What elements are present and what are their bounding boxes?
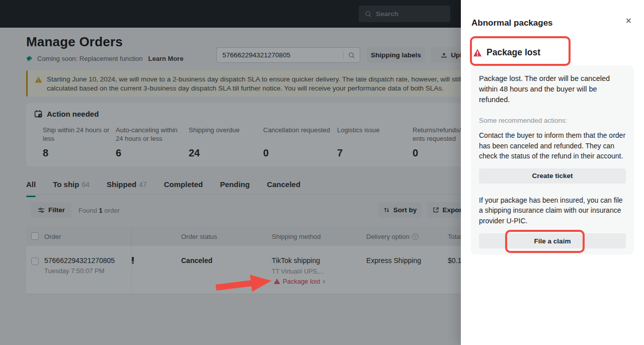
alert-description: Package lost. The order will be canceled… [479,73,626,105]
file-a-claim-button[interactable]: File a claim [479,233,626,248]
close-icon[interactable]: ✕ [625,17,632,25]
recommended-actions-label: Some recommended actions: [479,117,626,124]
drawer-content-card: Package lost. The order will be canceled… [471,65,634,254]
drawer-alert-heading: Package lost [473,47,540,58]
alert-triangle-icon [473,48,482,57]
manage-orders-page: Search Manage Orders Coming soon: Replac… [0,0,644,345]
drawer-title: Abnormal packages [471,18,553,28]
create-ticket-button[interactable]: Create ticket [479,168,626,184]
recommended-action-1: Contact the buyer to inform them that th… [479,130,626,161]
drawer-alert-title: Package lost [487,47,540,58]
abnormal-packages-drawer: Abnormal packages ✕ Package lost Package… [461,0,644,345]
recommended-action-2: If your package has been insured, you ca… [479,195,626,226]
